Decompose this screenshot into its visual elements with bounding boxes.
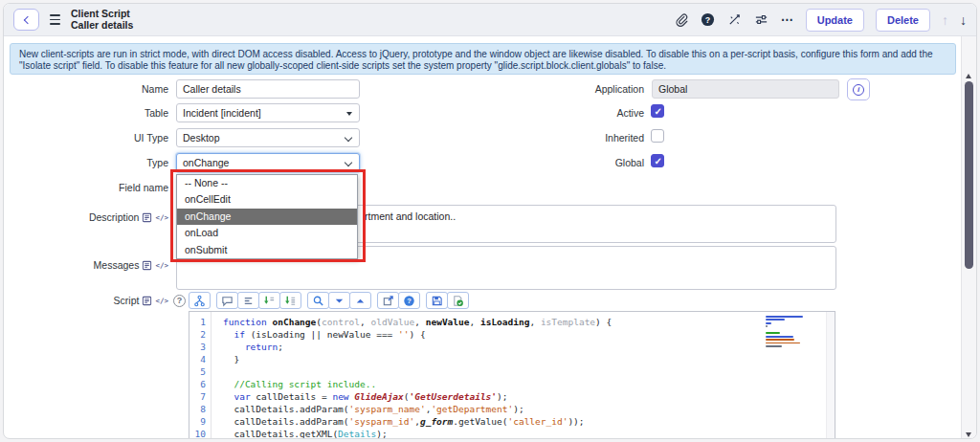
dropdown-option-onchange[interactable]: onChange xyxy=(177,209,357,225)
scroll-up-icon[interactable] xyxy=(966,74,971,78)
messages-label: Messages </> xyxy=(42,258,168,272)
code-line: callDetails.addParam('sysparm_name','get… xyxy=(223,403,825,415)
previous-record-icon[interactable]: ↑ xyxy=(942,13,948,27)
svg-text:?: ? xyxy=(705,15,710,25)
info-icon: i xyxy=(853,84,864,96)
code-toggle-icon[interactable]: </> xyxy=(155,297,168,305)
replace-all-icon[interactable] xyxy=(279,292,301,309)
code-line xyxy=(223,365,825,378)
ui-type-label: UI Type xyxy=(42,131,168,144)
dropdown-option-onload[interactable]: onLoad xyxy=(177,225,357,241)
back-button[interactable] xyxy=(13,9,39,31)
delete-button[interactable]: Delete xyxy=(876,9,930,32)
form-header: Client Script Caller details ? ⋯ Update xyxy=(4,4,976,36)
search-icon[interactable] xyxy=(307,292,329,309)
toolbar-group: ? xyxy=(377,292,420,309)
document-icon[interactable] xyxy=(142,296,152,306)
editor-help-icon[interactable]: ? xyxy=(398,292,420,309)
active-checkbox[interactable] xyxy=(651,104,664,118)
code-minimap xyxy=(766,316,808,352)
scroll-down-icon[interactable] xyxy=(966,432,971,437)
syntax-tree-icon[interactable] xyxy=(189,292,211,309)
application-field: Global xyxy=(652,79,839,99)
record-name-title: Caller details xyxy=(71,20,133,32)
personalize-icon[interactable] xyxy=(754,12,769,28)
record-type-title: Client Script xyxy=(71,9,133,20)
toolbar-group xyxy=(426,292,469,309)
line-numbers: 1234567891011 xyxy=(189,312,212,439)
header-actions: ? ⋯ Update Delete ↑ ↓ xyxy=(674,9,967,32)
active-label: Active xyxy=(539,107,644,119)
format-icon[interactable] xyxy=(237,292,259,309)
code-line: function onChange(control, oldValue, new… xyxy=(223,316,825,328)
page-scrollbar[interactable] xyxy=(961,36,976,438)
description-label: Description </> xyxy=(42,210,168,224)
type-label: Type xyxy=(42,156,168,169)
scrollbar-thumb[interactable] xyxy=(965,81,973,269)
attachment-icon[interactable] xyxy=(674,12,689,28)
help-icon[interactable]: ? xyxy=(701,12,716,28)
script-editor-toolbar: ? xyxy=(189,292,469,309)
code-line: //Calling script include.. xyxy=(223,378,825,390)
code-toggle-icon[interactable]: </> xyxy=(155,213,168,222)
table-select[interactable]: Incident [incident] xyxy=(176,103,360,122)
save-icon[interactable] xyxy=(426,292,448,309)
table-label: Table xyxy=(42,106,168,120)
inherited-label: Inherited xyxy=(539,132,644,144)
find-next-icon[interactable] xyxy=(328,292,350,309)
servicenow-form-page: Client Script Caller details ? ⋯ Update xyxy=(0,0,980,442)
chevron-down-icon xyxy=(345,159,352,166)
code-line: callDetails.addParam('sysparm_id',g_form… xyxy=(223,415,825,428)
code-line: if (isLoading || newValue === '') { xyxy=(223,328,825,341)
name-label: Name xyxy=(42,82,168,96)
magic-wand-icon[interactable] xyxy=(727,12,743,28)
global-checkbox[interactable] xyxy=(651,154,664,167)
syntax-check-icon[interactable] xyxy=(447,292,469,309)
code-line: return; xyxy=(223,341,825,353)
code-line: var callDetails = new GlideAjax('GetUser… xyxy=(223,390,825,403)
script-editor[interactable]: 1234567891011 function onChange(control,… xyxy=(189,311,835,439)
replace-icon[interactable] xyxy=(258,292,280,309)
code-line: callDetails.getXML(Details); xyxy=(223,428,825,439)
toolbar-group xyxy=(216,292,301,309)
context-menu-icon[interactable] xyxy=(48,12,62,26)
dropdown-option-onsubmit[interactable]: onSubmit xyxy=(177,242,357,258)
caret-down-icon xyxy=(346,112,352,116)
dropdown-option-oncelledit[interactable]: onCellEdit xyxy=(177,191,357,208)
next-record-icon[interactable]: ↓ xyxy=(960,13,967,27)
svg-text:?: ? xyxy=(407,297,412,305)
application-label: Application xyxy=(539,83,644,95)
type-select[interactable]: onChange xyxy=(176,153,360,172)
dropdown-option-none[interactable]: -- None -- xyxy=(177,175,357,191)
inherited-checkbox[interactable] xyxy=(651,129,664,143)
application-info-button[interactable]: i xyxy=(847,78,870,100)
chevron-down-icon xyxy=(345,134,352,142)
toolbar-group xyxy=(307,292,371,309)
strict-mode-banner: New client-scripts are run in strict mod… xyxy=(10,43,956,75)
code-line: } xyxy=(223,353,825,365)
description-visible-text: rtment and location.. xyxy=(365,210,456,222)
name-input[interactable]: Caller details xyxy=(176,79,360,99)
open-new-window-icon[interactable] xyxy=(377,292,399,309)
more-options-icon[interactable]: ⋯ xyxy=(781,16,794,24)
form-window: Client Script Caller details ? ⋯ Update xyxy=(3,3,977,439)
ui-type-select[interactable]: Desktop xyxy=(176,128,360,147)
page-title: Client Script Caller details xyxy=(71,9,133,31)
chevron-left-icon xyxy=(24,15,32,23)
global-label: Global xyxy=(539,157,644,168)
code-toggle-icon[interactable]: </> xyxy=(155,261,168,270)
find-previous-icon[interactable] xyxy=(349,292,371,309)
editor-scrollbar[interactable] xyxy=(826,312,835,439)
document-icon[interactable] xyxy=(142,212,152,223)
document-icon[interactable] xyxy=(142,260,152,271)
toolbar-group xyxy=(189,292,211,309)
comment-icon[interactable] xyxy=(216,292,238,309)
code-area[interactable]: function onChange(control, oldValue, new… xyxy=(212,312,825,439)
script-label: Script </> xyxy=(42,294,168,307)
type-dropdown-list: -- None --onCellEditonChangeonLoadonSubm… xyxy=(176,174,358,259)
field-name-label: Field name xyxy=(42,181,168,194)
update-button[interactable]: Update xyxy=(806,9,864,32)
script-help-icon[interactable]: ? xyxy=(173,295,186,307)
